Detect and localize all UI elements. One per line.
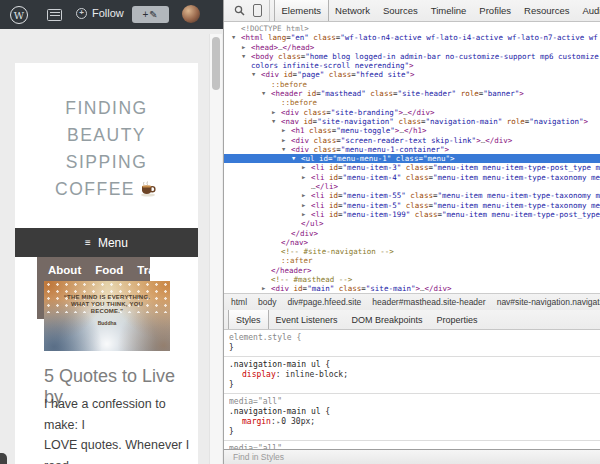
dom-tree-row[interactable]: ▼<div class="menu-menu-1-container"> (224, 145, 600, 154)
expand-arrow-open-icon[interactable]: ▼ (272, 117, 281, 126)
dom-tree-row[interactable]: colors infinite-scroll neverending"> (224, 61, 600, 70)
code-segment: display (242, 370, 276, 379)
sidebar-tab-properties[interactable]: Properties (430, 310, 485, 329)
dom-tree-row[interactable]: ▼<header id="masthead" class="site-heade… (224, 89, 600, 98)
dom-tree-row[interactable]: ▶<h1 class="menu-toggle">…</h1> (224, 126, 600, 135)
expand-arrow-open-icon[interactable]: ▼ (232, 33, 241, 42)
quote-line: WHAT YOU THINK, YOU (44, 301, 170, 308)
code-segment: "menu-toggle" (336, 126, 395, 135)
devtools-tab-audits[interactable]: Audits (576, 0, 600, 21)
breadcrumb-item[interactable]: div#page.hfeed.site (288, 297, 362, 307)
expand-arrow-open-icon[interactable]: ▼ (242, 52, 251, 61)
devtools-tab-elements[interactable]: Elements (274, 0, 329, 21)
devtools-tab-sources[interactable]: Sources (376, 0, 424, 21)
closing-brace[interactable]: } (229, 380, 600, 390)
site-title[interactable]: FINDINGBEAUTYSIPPINGCOFFEE (15, 63, 198, 203)
dom-tree-row-selected[interactable]: ▼<ul id="menu-menu-1" class="menu"> (224, 154, 600, 163)
find-in-styles-input[interactable]: Find in Styles (224, 449, 600, 464)
dom-tree-row[interactable]: …</li> (224, 182, 600, 191)
dom-tree-row[interactable]: <!-- #site-navigation --> (224, 247, 600, 256)
dom-tree-row[interactable]: ::before (224, 80, 600, 89)
dom-tree-row[interactable]: </ul> (224, 219, 600, 228)
dom-tree-row[interactable]: </div> (224, 229, 600, 238)
follow-button[interactable]: + Follow (76, 7, 124, 19)
new-post-button[interactable]: +✎ (132, 6, 169, 23)
code-segment: "menu-item-5" (343, 201, 402, 210)
expand-arrow-closed-icon[interactable]: ▶ (302, 163, 311, 172)
preview-scrollbar[interactable] (209, 34, 222, 464)
code-segment: id (303, 89, 317, 98)
code-segment: "home blog logged-in admin-bar no-custom… (305, 52, 599, 61)
devtools-tab-network[interactable]: Network (329, 0, 377, 21)
dom-tree-row[interactable]: <!DOCTYPE html> (224, 24, 600, 33)
expand-arrow-closed-icon[interactable]: ▶ (302, 173, 311, 182)
dom-tree-row[interactable]: ▶<div class="screen-reader-text skip-lin… (224, 136, 600, 145)
sidebar-tab-event-listeners[interactable]: Event Listeners (269, 310, 345, 329)
expand-arrow-closed-icon[interactable]: ▶ (272, 108, 281, 117)
closing-brace[interactable]: } (229, 343, 600, 353)
closing-brace[interactable]: } (229, 427, 600, 437)
expand-arrow-closed-icon[interactable]: ▶ (282, 136, 291, 145)
sidebar-tab-dom-breakpoints[interactable]: DOM Breakpoints (345, 310, 430, 329)
scrollbar-thumb[interactable] (212, 37, 220, 90)
style-rule-section: media="all".navigation-main ul {margin:▸… (224, 394, 600, 441)
css-property[interactable]: display: inline-block; (229, 370, 600, 380)
nav-link-travel[interactable]: Travel (137, 264, 170, 276)
element-style-selector[interactable]: element.style { (229, 333, 600, 343)
code-segment: </div> (485, 136, 512, 145)
expand-arrow-closed-icon[interactable]: ▶ (302, 201, 311, 210)
expand-arrow-open-icon[interactable]: ▼ (282, 145, 291, 154)
devtools-tab-timeline[interactable]: Timeline (424, 0, 473, 21)
dom-tree-row[interactable]: ▼<html lang="en" class="wf-lato-n4-activ… (224, 33, 600, 42)
sidebar-tab-styles[interactable]: Styles (228, 310, 269, 329)
menu-toggle-button[interactable]: ≡ Menu (15, 228, 198, 257)
dom-tree-row[interactable]: ▼<body class="home blog logged-in admin-… (224, 52, 600, 61)
reader-icon[interactable] (47, 9, 62, 21)
device-mode-icon[interactable] (249, 0, 266, 21)
css-selector[interactable]: .navigation-main ul { (229, 407, 600, 417)
dom-tree-row[interactable]: ▼<nav id="site-navigation" class="naviga… (224, 117, 600, 126)
breadcrumb-item[interactable]: header#masthead.site-header (372, 297, 485, 307)
expand-arrow-closed-icon[interactable]: ▶ (242, 43, 251, 52)
code-segment: class (299, 108, 326, 117)
code-segment: "menu-menu-1" (333, 154, 392, 163)
expand-arrow-open-icon[interactable]: ▼ (292, 154, 301, 163)
dom-tree-row[interactable]: ▶<li id="menu-item-55" class="menu-item … (224, 191, 600, 200)
expand-arrow-open-icon[interactable]: ▼ (252, 70, 261, 79)
dom-tree-row[interactable]: ▶<li id="menu-item-4" class="menu-item m… (224, 173, 600, 182)
featured-image[interactable]: “THE MIND IS EVERYTHING.WHAT YOU THINK, … (44, 281, 170, 351)
code-segment: </head> (283, 43, 315, 52)
expand-arrow-closed-icon[interactable]: ▶ (282, 126, 291, 135)
dom-tree-row[interactable]: ▶<li id="menu-item-199" class="menu-item… (224, 210, 600, 219)
css-property[interactable]: margin:▸0 30px; (229, 417, 600, 427)
toolbar-separator (269, 0, 270, 21)
code-segment: <li (311, 210, 325, 219)
expand-arrow-closed-icon[interactable]: ▶ (302, 191, 311, 200)
wordpress-logo-icon[interactable]: W (10, 6, 28, 24)
dom-tree-row[interactable]: <!-- #masthead --> (224, 275, 600, 284)
dom-tree-row[interactable]: ▼<div id="page" class="hfeed site"> (224, 70, 600, 79)
nav-link-food[interactable]: Food (95, 264, 123, 276)
dom-tree-row[interactable]: ▶<li id="menu-item-3" class="menu-item m… (224, 163, 600, 172)
devtools-tab-resources[interactable]: Resources (518, 0, 576, 21)
expand-arrow-closed-icon[interactable]: ▶ (302, 210, 311, 219)
dom-tree-row[interactable]: ::before (224, 98, 600, 107)
dom-tree-row[interactable]: </nav> (224, 238, 600, 247)
breadcrumb-item[interactable]: body (258, 297, 276, 307)
user-avatar[interactable] (182, 5, 200, 23)
code-segment: <h1 (291, 126, 305, 135)
expand-arrow-open-icon[interactable]: ▼ (262, 89, 271, 98)
media-attribute[interactable]: media="all" (229, 397, 600, 407)
inspect-magnifier-icon[interactable] (230, 0, 249, 21)
nav-link-about[interactable]: About (48, 264, 81, 276)
dom-tree-row[interactable]: ::after (224, 256, 600, 265)
devtools-tab-profiles[interactable]: Profiles (473, 0, 518, 21)
breadcrumb-item[interactable]: nav#site-navigation.navigatio (497, 297, 600, 307)
dom-tree-row[interactable]: ▶<li id="menu-item-5" class="menu-item m… (224, 201, 600, 210)
dom-tree-row[interactable]: ▶<div class="site-branding">…</div> (224, 108, 600, 117)
css-selector[interactable]: .navigation-main ul { (229, 360, 600, 370)
breadcrumb-item[interactable]: html (231, 297, 247, 307)
dom-tree-row[interactable]: </header> (224, 266, 600, 275)
code-segment: 0 30px; (281, 417, 315, 426)
dom-tree-row[interactable]: ▶<head>…</head> (224, 43, 600, 52)
